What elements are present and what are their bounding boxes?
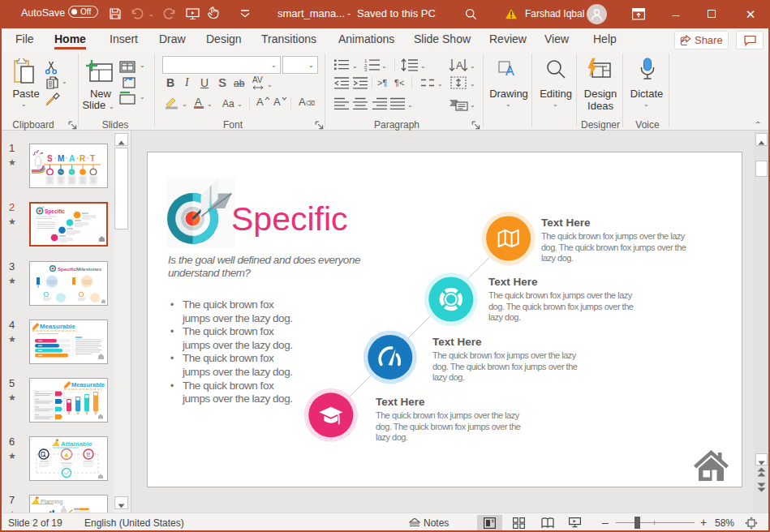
svg-text:Milestones: Milestones — [76, 267, 102, 272]
svg-text:3: 3 — [364, 67, 368, 71]
svg-text:T: T — [90, 154, 95, 163]
svg-text:M: M — [58, 154, 64, 163]
svg-text:Measurable: Measurable — [71, 381, 105, 388]
svg-text:S: S — [47, 154, 53, 163]
svg-text:Measurable: Measurable — [40, 323, 76, 330]
svg-text:R: R — [80, 154, 86, 163]
svg-text:Specific: Specific — [58, 267, 77, 272]
svg-text:Attainable: Attainable — [61, 440, 92, 448]
svg-text:A: A — [69, 154, 75, 163]
svg-text:Planning: Planning — [41, 499, 62, 505]
svg-text:A: A — [505, 64, 514, 78]
svg-text:!!: !! — [87, 452, 91, 457]
svg-text:A: A — [456, 59, 463, 71]
svg-text:Specific: Specific — [45, 208, 65, 215]
